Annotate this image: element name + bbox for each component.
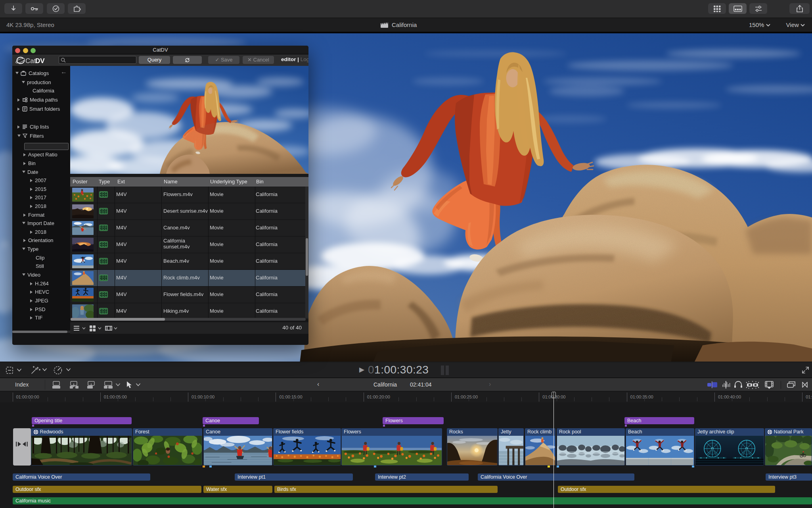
svg-text:DV: DV <box>35 57 45 65</box>
svg-text:Cat: Cat <box>25 57 36 65</box>
